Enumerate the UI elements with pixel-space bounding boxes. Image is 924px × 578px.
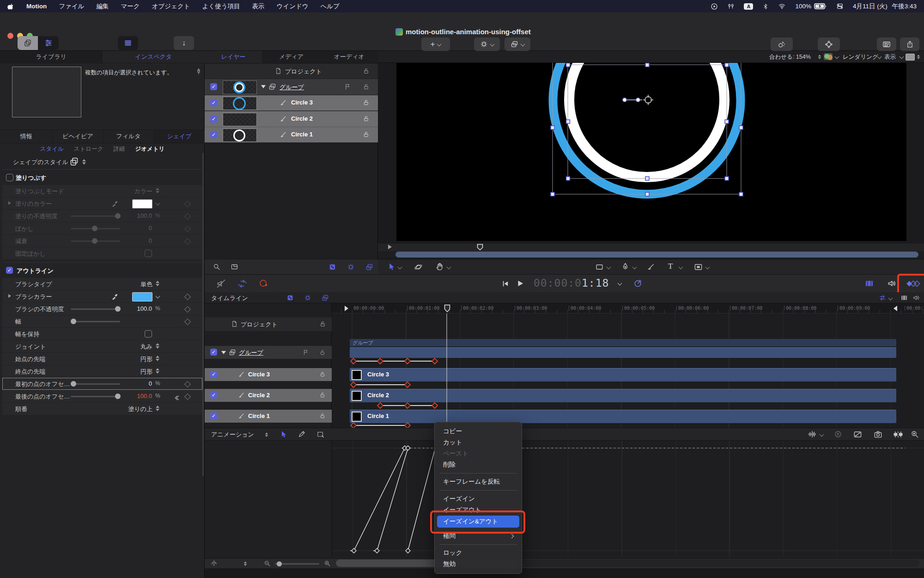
layers-group-label[interactable]: グループ <box>280 83 304 92</box>
timeline-fit-chevron[interactable] <box>888 296 893 301</box>
behaviors-button[interactable] <box>474 37 500 51</box>
kf-audio-chevron[interactable] <box>820 432 824 437</box>
hand-tool-icon[interactable] <box>435 262 444 271</box>
menu-item-delete[interactable]: 削除 <box>435 459 522 470</box>
group-lock-icon[interactable] <box>363 83 370 90</box>
circle2-checkbox[interactable]: ✓ <box>210 116 217 123</box>
color-channel-icon[interactable] <box>824 53 833 60</box>
in-point-marker[interactable] <box>345 306 348 311</box>
brush-opacity-value[interactable]: 100.0 <box>112 305 152 312</box>
menu-favorites[interactable]: よく使う項目 <box>202 2 240 11</box>
inspector-scrollbar[interactable] <box>202 153 204 476</box>
share-button[interactable] <box>900 37 919 51</box>
mini-timeline-playhead[interactable] <box>477 244 483 251</box>
menu-item-ease-in[interactable]: イーズイン <box>435 493 522 504</box>
pane-icon[interactable] <box>231 263 238 271</box>
replicator-button[interactable] <box>818 37 840 51</box>
show-audio-timeline-icon[interactable] <box>887 279 896 288</box>
menu-mark[interactable]: マーク <box>121 2 140 11</box>
canvas-stage[interactable] <box>396 63 906 241</box>
tab-media[interactable]: メディア <box>262 51 320 63</box>
group-disclosure-triangle[interactable] <box>221 351 226 354</box>
show-masks-icon[interactable] <box>328 263 336 271</box>
hud-button[interactable] <box>877 37 896 51</box>
timeline-group-row[interactable]: ✓ グループ <box>205 346 332 359</box>
kf-transform-box-icon[interactable] <box>853 430 862 439</box>
timeline-audio-icon[interactable] <box>912 294 920 301</box>
brush-eyedropper-icon[interactable] <box>111 293 119 300</box>
menu-item-copy[interactable]: コピー <box>435 426 522 437</box>
group-checkbox[interactable]: ✓ <box>210 83 217 90</box>
paint-stroke-tool-icon[interactable] <box>647 263 655 271</box>
circle3-lock-icon[interactable] <box>363 99 370 106</box>
view-menu[interactable]: 表示 <box>884 53 896 61</box>
fill-color-keyframe-diamond[interactable] <box>184 201 191 207</box>
first-point-keyframe-diamond[interactable] <box>184 381 191 387</box>
graph-zoom-slider[interactable] <box>275 563 319 565</box>
circle3-checkbox[interactable]: ✓ <box>210 371 217 378</box>
fill-falloff-keyframe-diamond[interactable] <box>184 238 191 245</box>
fill-falloff-value[interactable]: 0 <box>112 237 152 244</box>
zoom-level-stepper[interactable] <box>818 55 821 59</box>
brush-color-keyframe-diamond[interactable] <box>184 294 191 300</box>
menu-item-reverse-keyframes[interactable]: キーフレームを反転 <box>435 476 522 487</box>
timeline-row-circle1[interactable]: ✓ Circle 1 <box>205 410 332 423</box>
preserve-width-checkbox[interactable] <box>145 330 152 338</box>
keyframe-graph[interactable] <box>332 441 924 557</box>
mask-tool-icon[interactable] <box>694 263 703 271</box>
timeline-show-masks-icon[interactable] <box>286 294 294 301</box>
kf-select-tool-icon[interactable] <box>280 430 287 438</box>
brush-type-select[interactable]: 単色 <box>67 280 152 289</box>
canvas-mini-timeline[interactable] <box>378 243 924 251</box>
circle3-checkbox[interactable]: ✓ <box>210 99 217 106</box>
view-layout-icon[interactable] <box>906 54 915 61</box>
timecode-chevron[interactable] <box>618 281 622 286</box>
mini-timeline-left-arrow[interactable] <box>388 245 392 249</box>
traffic-light-close[interactable] <box>7 33 13 39</box>
menu-help[interactable]: ヘルプ <box>321 2 340 11</box>
brush-color-chevron[interactable] <box>156 294 160 299</box>
layers-group-row[interactable]: ✓ グループ <box>205 79 378 95</box>
circle2-lock-icon[interactable] <box>319 392 326 398</box>
subtab-geometry[interactable]: ジオメトリ <box>135 145 164 153</box>
fill-blur-keyframe-diamond[interactable] <box>184 226 191 232</box>
control-center-icon[interactable] <box>836 3 844 10</box>
zoom-preset-stepper[interactable] <box>244 561 247 566</box>
circle1-lock-icon[interactable] <box>319 412 326 419</box>
brush-color-swatch[interactable] <box>132 292 152 301</box>
timeline-row-circle2[interactable]: ✓ Circle 2 <box>205 389 332 402</box>
last-point-keyframe-diamond[interactable] <box>184 394 191 400</box>
group-checkbox[interactable]: ✓ <box>210 349 217 356</box>
shape-tool-chevron[interactable] <box>607 265 611 270</box>
timeline-ruler[interactable]: 00:00:00:00 00:00:01:00 00:00:02:00 00:0… <box>332 303 924 314</box>
subtab-advanced[interactable]: 詳細 <box>113 145 125 153</box>
animation-set-stepper[interactable] <box>265 432 268 437</box>
tab-filters[interactable]: フィルタ <box>103 130 154 143</box>
canvas-scrollbar[interactable] <box>378 251 924 258</box>
width-keyframe-diamond[interactable] <box>184 319 191 325</box>
out-point-marker[interactable] <box>894 306 897 311</box>
airpods-icon[interactable] <box>727 3 735 10</box>
circle1-checkbox[interactable]: ✓ <box>210 131 217 138</box>
menu-item-lock[interactable]: ロック <box>435 547 522 559</box>
fixed-blur-checkbox[interactable] <box>145 250 152 257</box>
view-menu-chevron[interactable] <box>900 55 904 59</box>
menu-item-cut[interactable]: カット <box>435 437 522 448</box>
project-lock-icon[interactable] <box>363 68 370 74</box>
fill-opacity-value[interactable]: 100.0 <box>112 212 152 219</box>
loop-icon[interactable] <box>237 279 247 289</box>
zoom-level-select[interactable]: 合わせる: 154% <box>769 53 811 61</box>
go-to-start-icon[interactable] <box>501 280 509 288</box>
menu-item-disable[interactable]: 無効 <box>435 559 522 570</box>
layers-row-circle1[interactable]: ✓ Circle 1 <box>205 127 378 142</box>
group-flag-icon[interactable] <box>303 349 309 356</box>
timeline-row-circle3[interactable]: ✓ Circle 3 <box>205 368 332 381</box>
shape-tool-icon[interactable] <box>595 263 604 271</box>
timeline-project-row[interactable]: プロジェクト <box>205 317 332 331</box>
pane-tab-library[interactable]: ライブラリ <box>0 51 103 63</box>
mask-tool-chevron[interactable] <box>705 265 710 270</box>
menubar-time[interactable]: 午後3:43 <box>892 2 917 11</box>
layers-row-circle3[interactable]: ✓ Circle 3 <box>205 95 378 111</box>
wifi-icon[interactable] <box>778 3 786 10</box>
menu-file[interactable]: ファイル <box>59 2 84 11</box>
